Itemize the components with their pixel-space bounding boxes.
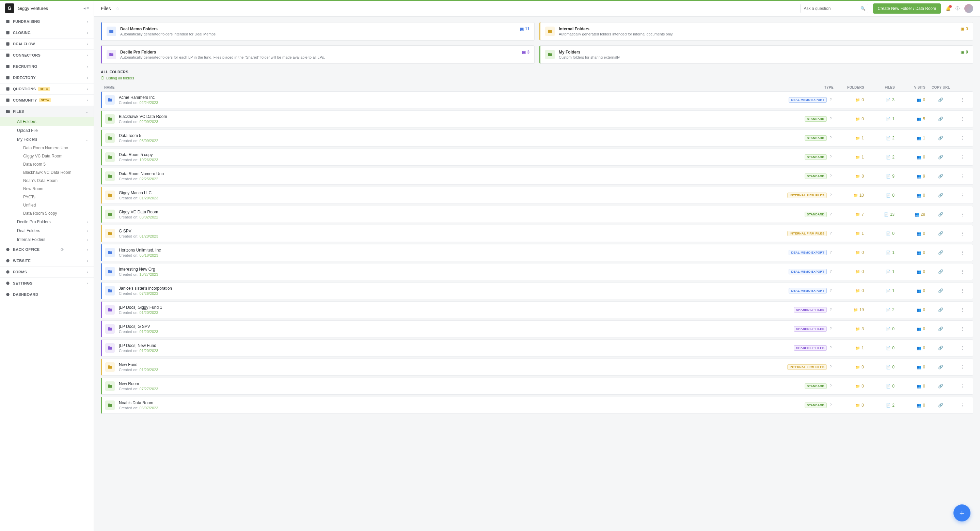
copy-url-button[interactable]: 🔗 [925,155,956,159]
folder-row[interactable]: New FundCreated on: 01/20/2023INTERNAL F… [101,359,973,376]
copy-url-button[interactable]: 🔗 [925,288,956,293]
folder-row[interactable]: Acme Hammers IncCreated on: 02/24/2023DE… [101,91,973,108]
info-icon[interactable]: ? [828,174,833,179]
info-icon[interactable]: ? [828,155,833,159]
row-actions-button[interactable]: ⋮ [956,346,969,350]
folder-category-card[interactable]: Deal Memo FoldersAutomatically generated… [101,22,535,41]
sidebar-subsubitem[interactable]: New Room [0,185,94,193]
row-actions-button[interactable]: ⋮ [956,269,969,274]
sidebar-subsubitem[interactable]: Noah's Data Room [0,177,94,185]
org-name[interactable]: Giggy Ventures [18,6,83,11]
sidebar-subsubitem[interactable]: Unfiled [0,201,94,209]
search-input[interactable] [800,4,868,13]
sidebar-item-recruiting[interactable]: RECRUITING› [0,61,94,72]
info-icon[interactable]: ? [828,288,833,293]
copy-url-button[interactable]: 🔗 [925,97,956,102]
sidebar-subitem[interactable]: My Folders⌄ [0,135,94,144]
row-actions-button[interactable]: ⋮ [956,116,969,121]
sidebar-subsubitem[interactable]: PACTs [0,193,94,201]
copy-url-button[interactable]: 🔗 [925,327,956,331]
copy-url-button[interactable]: 🔗 [925,212,956,217]
create-folder-button[interactable]: Create New Folder / Data Room [873,3,941,14]
sidebar-subitem[interactable]: Upload File [0,126,94,135]
sidebar-item-dealflow[interactable]: DEALFLOW› [0,38,94,50]
folder-category-card[interactable]: Internal FoldersAutomatically generated … [539,22,973,41]
sidebar-subitem[interactable]: Internal Folders› [0,235,94,244]
sidebar-subitem[interactable]: All Folders [0,117,94,126]
sidebar-item-files[interactable]: FILES ⌄ [0,106,94,117]
info-icon[interactable]: ? [828,135,833,140]
folder-category-card[interactable]: My FoldersCustom folders for sharing ext… [539,45,973,64]
copy-url-button[interactable]: 🔗 [925,308,956,312]
search-icon[interactable]: 🔍 [861,6,865,11]
info-icon[interactable]: ? [828,269,833,274]
folder-row[interactable]: Data Room 5 copyCreated on: 10/26/2023ST… [101,148,973,166]
info-icon[interactable]: ? [828,193,833,198]
sidebar-subitem[interactable]: Deal Folders› [0,226,94,235]
sidebar-item-website[interactable]: WEBSITE› [0,255,94,266]
row-actions-button[interactable]: ⋮ [956,193,969,198]
row-actions-button[interactable]: ⋮ [956,231,969,236]
folder-category-card[interactable]: Decile Pro FoldersAutomatically generate… [101,45,535,64]
info-icon[interactable]: ? [828,97,833,102]
sidebar-item-questions[interactable]: QUESTIONSBETA› [0,83,94,95]
sidebar-item-dashboard[interactable]: DASHBOARD [0,289,94,300]
info-icon[interactable]: ? [828,250,833,255]
copy-url-button[interactable]: 🔗 [925,365,956,370]
copy-url-button[interactable]: 🔗 [925,174,956,179]
notifications-button[interactable]: 🔔 [946,6,951,11]
sidebar-collapse-button[interactable]: ◂ ≡ [83,6,89,11]
folder-row[interactable]: Janice's sister's incorporationCreated o… [101,282,973,299]
sidebar-subsubitem[interactable]: Blackhawk VC Data Room [0,168,94,177]
row-actions-button[interactable]: ⋮ [956,250,969,255]
folder-row[interactable]: Horizons Unlimited, IncCreated on: 05/18… [101,244,973,261]
copy-url-button[interactable]: 🔗 [925,116,956,121]
info-icon[interactable]: ? [828,402,833,408]
folder-row[interactable]: Giggy VC Data RoomCreated on: 03/02/2022… [101,206,973,223]
sidebar-item-fundraising[interactable]: FUNDRAISING› [0,16,94,27]
row-actions-button[interactable]: ⋮ [956,384,969,389]
row-actions-button[interactable]: ⋮ [956,212,969,217]
copy-url-button[interactable]: 🔗 [925,193,956,198]
user-avatar[interactable] [964,4,973,13]
sidebar-item-directory[interactable]: DIRECTORY› [0,72,94,83]
sidebar-item-community[interactable]: COMMUNITYBETA› [0,95,94,106]
sidebar-item-closing[interactable]: CLOSING› [0,27,94,38]
sidebar-subsubitem[interactable]: Data Room Numero Uno [0,144,94,152]
sidebar-subsubitem[interactable]: Giggy VC Data Room [0,152,94,160]
copy-url-button[interactable]: 🔗 [925,384,956,389]
sidebar-item-settings[interactable]: SETTINGS› [0,278,94,289]
info-icon[interactable]: ? [828,231,833,236]
info-icon[interactable]: ? [828,383,833,389]
copy-url-button[interactable]: 🔗 [925,136,956,140]
info-icon[interactable]: ? [828,345,833,350]
row-actions-button[interactable]: ⋮ [956,97,969,102]
folder-row[interactable]: New RoomCreated on: 07/27/2023STANDARD?📁… [101,378,973,395]
folder-row[interactable]: G SPVCreated on: 01/20/2023INTERNAL FIRM… [101,225,973,242]
sidebar-item-forms[interactable]: FORMS› [0,266,94,278]
info-icon[interactable]: ? [828,212,833,217]
folder-row[interactable]: [LP Docs] G SPVCreated on: 01/20/2023SHA… [101,321,973,337]
folder-row[interactable]: Data Room Numero UnoCreated on: 02/25/20… [101,168,973,185]
folder-row[interactable]: [LP Docs] Giggy Fund 1Created on: 01/20/… [101,301,973,318]
add-fab-button[interactable]: + [953,504,970,521]
sidebar-item-connectors[interactable]: CONNECTORS› [0,50,94,61]
info-icon[interactable]: ? [828,307,833,312]
info-icon[interactable]: ? [828,116,833,121]
copy-url-button[interactable]: 🔗 [925,231,956,236]
row-actions-button[interactable]: ⋮ [956,327,969,331]
row-actions-button[interactable]: ⋮ [956,403,969,408]
help-button[interactable]: ⓘ [956,6,959,11]
sidebar-subsubitem[interactable]: Data Room 5 copy [0,209,94,217]
row-actions-button[interactable]: ⋮ [956,136,969,140]
sidebar-subsubitem[interactable]: Data room 5 [0,160,94,168]
sidebar-subitem[interactable]: Decile Pro Folders› [0,217,94,226]
row-actions-button[interactable]: ⋮ [956,288,969,293]
folder-row[interactable]: Interesting New OrgCreated on: 10/27/202… [101,263,973,280]
folder-row[interactable]: Noah's Data RoomCreated on: 06/07/2023ST… [101,397,973,414]
folder-row[interactable]: Blackhawk VC Data RoomCreated on: 02/09/… [101,110,973,128]
sidebar-item-back-office[interactable]: BACK OFFICE⟳› [0,244,94,255]
folder-row[interactable]: Data room 5Created on: 05/09/2022STANDAR… [101,129,973,147]
folder-row[interactable]: [LP Docs] New FundCreated on: 01/20/2023… [101,340,973,357]
copy-url-button[interactable]: 🔗 [925,250,956,255]
